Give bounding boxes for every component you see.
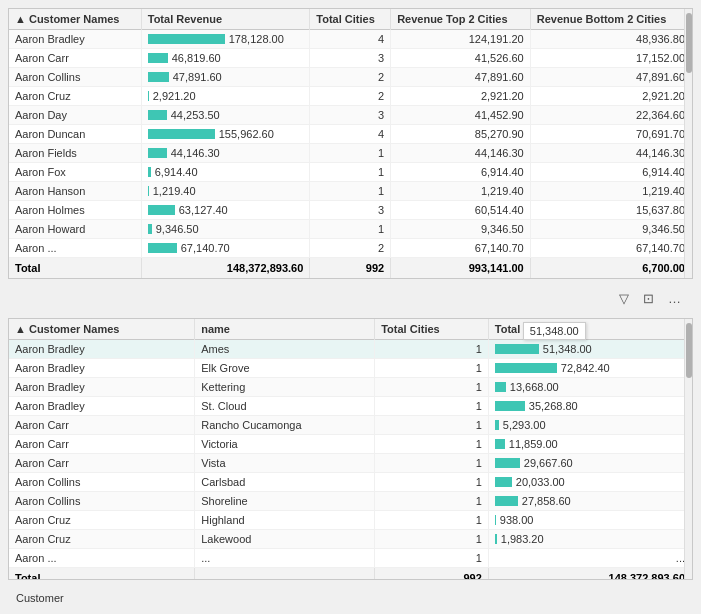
- bottom-table: ▲ Customer Names name Total Cities Total…: [8, 318, 693, 580]
- cell-b-cities: 1: [375, 530, 489, 549]
- revenue-value: 6,914.40: [155, 166, 198, 178]
- table-row: Aaron Collins 47,891.60 2 47,891.60 47,8…: [9, 68, 692, 87]
- revenue-bar-b: [495, 363, 557, 373]
- revenue-value: 1,219.40: [153, 185, 196, 197]
- table-row: Aaron Cruz 2,921.20 2 2,921.20 2,921.20: [9, 87, 692, 106]
- bottom-data-table: ▲ Customer Names name Total Cities Total…: [9, 319, 692, 579]
- cell-b-customer-name: Aaron Bradley: [9, 340, 195, 359]
- cell-customer-name: Aaron Fields: [9, 144, 141, 163]
- top-table-scroll[interactable]: ▲ Customer Names Total Revenue Total Cit…: [9, 9, 692, 278]
- cell-cities: 1: [310, 163, 391, 182]
- cell-b-revenue-bar: 72,842.40: [488, 359, 691, 378]
- col-total-cities: Total Cities: [310, 9, 391, 30]
- revenue-value: 2,921.20: [153, 90, 196, 102]
- revenue-value-b: 11,859.00: [509, 438, 558, 450]
- cell-b-customer-name: Aaron Collins: [9, 473, 195, 492]
- revenue-bar: [148, 224, 152, 234]
- cell-b-cities: 1: [375, 511, 489, 530]
- revenue-bar: [148, 167, 151, 177]
- footer-label: Total: [9, 258, 141, 279]
- col-customer-names: ▲ Customer Names: [9, 9, 141, 30]
- cell-cities: 1: [310, 220, 391, 239]
- cell-b-customer-name: Aaron Bradley: [9, 359, 195, 378]
- cell-b-customer-name: Aaron Collins: [9, 492, 195, 511]
- revenue-bar: [148, 243, 177, 253]
- cell-customer-name: Aaron ...: [9, 239, 141, 258]
- cell-revenue-bar: 9,346.50: [141, 220, 310, 239]
- bottom-table-scroll[interactable]: ▲ Customer Names name Total Cities Total…: [9, 319, 692, 579]
- col-b-customer-names: ▲ Customer Names: [9, 319, 195, 340]
- cell-bot2: 44,146.30: [530, 144, 691, 163]
- revenue-bar-b: [495, 382, 506, 392]
- focus-icon[interactable]: ⊡: [641, 289, 656, 308]
- cell-b-customer-name: Aaron Cruz: [9, 530, 195, 549]
- table-row: Aaron Bradley 178,128.00 4 124,191.20 48…: [9, 30, 692, 49]
- footer-top2: 993,141.00: [391, 258, 531, 279]
- table-row: Aaron Duncan 155,962.60 4 85,270.90 70,6…: [9, 125, 692, 144]
- cell-b-city: St. Cloud: [195, 397, 375, 416]
- cell-b-city: Elk Grove: [195, 359, 375, 378]
- cell-revenue-bar: 2,921.20: [141, 87, 310, 106]
- revenue-bar: [148, 110, 167, 120]
- cell-revenue-bar: 6,914.40: [141, 163, 310, 182]
- cell-customer-name: Aaron Collins: [9, 68, 141, 87]
- revenue-value-b: 35,268.80: [529, 400, 578, 412]
- cell-cities: 3: [310, 201, 391, 220]
- footer-revenue: 148,372,893.60: [141, 258, 310, 279]
- cell-b-cities: 1: [375, 549, 489, 568]
- cell-bot2: 15,637.80: [530, 201, 691, 220]
- cell-top2: 9,346.50: [391, 220, 531, 239]
- cell-cities: 2: [310, 68, 391, 87]
- cell-b-cities: 1: [375, 359, 489, 378]
- cell-b-cities: 1: [375, 454, 489, 473]
- cell-b-city: Highland: [195, 511, 375, 530]
- revenue-bar: [148, 34, 225, 44]
- cell-top2: 60,514.40: [391, 201, 531, 220]
- cell-top2: 6,914.40: [391, 163, 531, 182]
- cell-b-revenue-bar: 13,668.00: [488, 378, 691, 397]
- cell-b-customer-name: Aaron Cruz: [9, 511, 195, 530]
- customer-label: Customer: [8, 588, 693, 608]
- cell-cities: 3: [310, 49, 391, 68]
- cell-b-cities: 1: [375, 473, 489, 492]
- cell-b-customer-name: Aaron Carr: [9, 454, 195, 473]
- cell-top2: 2,921.20: [391, 87, 531, 106]
- revenue-value: 47,891.60: [173, 71, 222, 83]
- revenue-bar: [148, 72, 169, 82]
- cell-cities: 2: [310, 87, 391, 106]
- cell-cities: 1: [310, 144, 391, 163]
- sort-arrow-b: ▲: [15, 323, 26, 335]
- table-row: Aaron Collins Carlsbad 1 20,033.00: [9, 473, 692, 492]
- table-toolbar: ▽ ⊡ …: [8, 287, 693, 310]
- revenue-value-b: 13,668.00: [510, 381, 559, 393]
- filter-icon[interactable]: ▽: [617, 289, 631, 308]
- cell-revenue-bar: 63,127.40: [141, 201, 310, 220]
- footer-b-empty: [195, 568, 375, 580]
- bottom-scroll-thumb: [686, 323, 692, 378]
- cell-b-revenue-bar: 51,348.00 51,348.00: [488, 340, 691, 359]
- cell-b-revenue-bar: 5,293.00: [488, 416, 691, 435]
- revenue-value: 44,253.50: [171, 109, 220, 121]
- table-row: Aaron Cruz Lakewood 1 1,983.20: [9, 530, 692, 549]
- table-row: Aaron Holmes 63,127.40 3 60,514.40 15,63…: [9, 201, 692, 220]
- cell-bot2: 17,152.00: [530, 49, 691, 68]
- cell-revenue-bar: 44,253.50: [141, 106, 310, 125]
- cell-b-customer-name: Aaron Bradley: [9, 378, 195, 397]
- cell-b-city: Rancho Cucamonga: [195, 416, 375, 435]
- cell-b-cities: 1: [375, 492, 489, 511]
- table-row: Aaron ... 67,140.70 2 67,140.70 67,140.7…: [9, 239, 692, 258]
- footer-b-cities: 992: [375, 568, 489, 580]
- revenue-value-b: 29,667.60: [524, 457, 573, 469]
- top-scrollbar[interactable]: [684, 9, 692, 278]
- more-icon[interactable]: …: [666, 289, 683, 308]
- cell-customer-name: Aaron Hanson: [9, 182, 141, 201]
- revenue-bar-b: [495, 477, 512, 487]
- table-row: Aaron ... ... 1 ...: [9, 549, 692, 568]
- cell-top2: 67,140.70: [391, 239, 531, 258]
- revenue-value-b: 1,983.20: [501, 533, 544, 545]
- col-revenue-top2: Revenue Top 2 Cities: [391, 9, 531, 30]
- bottom-scrollbar[interactable]: [684, 319, 692, 579]
- cell-revenue-bar: 67,140.70: [141, 239, 310, 258]
- cell-top2: 41,526.60: [391, 49, 531, 68]
- cell-b-customer-name: Aaron ...: [9, 549, 195, 568]
